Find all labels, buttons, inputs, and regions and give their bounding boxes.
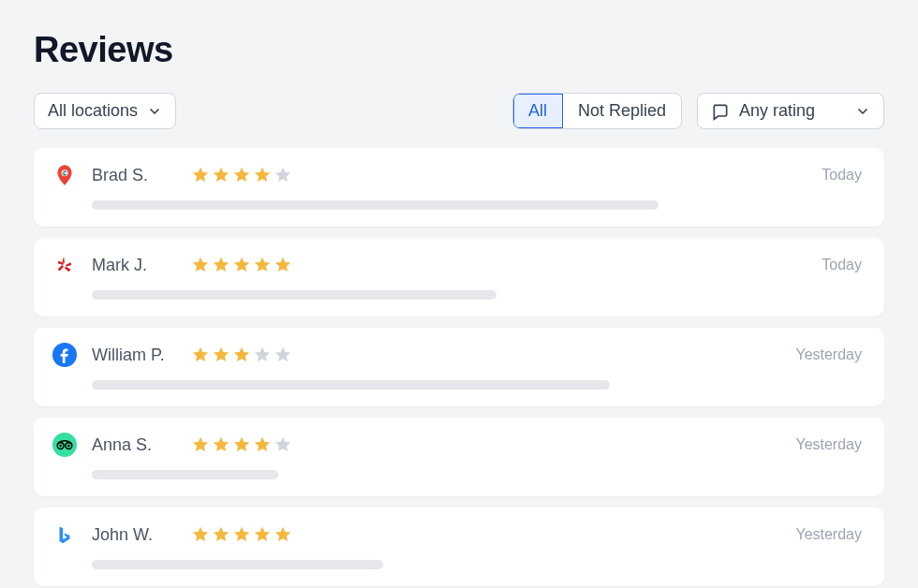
star-icon [191, 525, 210, 544]
review-time: Yesterday [795, 526, 862, 543]
google-icon [52, 163, 77, 187]
review-header: William P.Yesterday [52, 343, 862, 367]
star-icon [212, 166, 230, 184]
star-icon [274, 435, 292, 454]
star-icon [253, 435, 272, 454]
star-icon [274, 345, 292, 364]
svg-point-2 [52, 433, 77, 457]
star-icon [191, 166, 210, 184]
svg-point-5 [59, 445, 62, 448]
review-header: Mark J.Today [52, 253, 862, 277]
review-card[interactable]: William P.Yesterday [34, 328, 884, 406]
reviewer-name: Brad S. [92, 166, 176, 185]
review-card[interactable]: Mark J.Today [34, 238, 884, 316]
star-rating [191, 525, 292, 544]
star-icon [191, 435, 210, 454]
star-icon [232, 256, 251, 274]
review-body-placeholder [92, 380, 610, 390]
star-icon [232, 435, 251, 454]
page-title: Reviews [34, 30, 884, 70]
chevron-down-icon [855, 104, 870, 119]
rating-filter-label: Any rating [739, 101, 815, 121]
review-card[interactable]: Brad S.Today [34, 148, 884, 227]
star-icon [232, 345, 251, 364]
review-header: Brad S.Today [52, 163, 862, 187]
star-icon [212, 345, 230, 364]
review-time: Yesterday [795, 436, 862, 453]
reviewer-name: John W. [92, 525, 176, 545]
review-time: Yesterday [795, 346, 862, 363]
reply-filter-segmented: All Not Replied [512, 93, 682, 129]
reviewer-name: William P. [92, 345, 176, 365]
review-body-placeholder [92, 200, 659, 210]
star-rating [191, 345, 292, 364]
star-icon [232, 166, 251, 184]
location-filter-dropdown[interactable]: All locations [34, 93, 176, 129]
star-icon [253, 256, 272, 274]
star-icon [253, 345, 272, 364]
reviewer-name: Anna S. [92, 435, 176, 455]
filter-toolbar: All locations All Not Replied Any rating [34, 93, 884, 129]
svg-point-6 [67, 445, 70, 448]
star-icon [212, 256, 230, 274]
segment-all[interactable]: All [513, 94, 563, 128]
star-icon [253, 166, 272, 184]
rating-filter-dropdown[interactable]: Any rating [697, 93, 884, 129]
review-card[interactable]: John W.Yesterday [34, 507, 884, 586]
review-header: Anna S.Yesterday [52, 433, 862, 457]
reviewer-name: Mark J. [92, 256, 176, 275]
tripadvisor-icon [52, 433, 77, 457]
review-body-placeholder [92, 560, 383, 569]
review-card[interactable]: Anna S.Yesterday [34, 418, 884, 496]
review-list: Brad S.TodayMark J.TodayWilliam P.Yester… [34, 148, 884, 586]
bing-icon [52, 522, 77, 547]
review-header: John W.Yesterday [52, 522, 862, 547]
star-icon [191, 256, 210, 274]
location-filter-label: All locations [48, 101, 138, 121]
rating-icon [711, 102, 730, 121]
yelp-icon [52, 253, 77, 277]
star-icon [274, 256, 292, 274]
star-icon [191, 345, 210, 364]
facebook-icon [52, 343, 77, 367]
segment-not-replied[interactable]: Not Replied [563, 94, 681, 128]
star-rating [191, 166, 292, 184]
review-body-placeholder [92, 470, 278, 479]
star-icon [212, 525, 230, 544]
star-icon [253, 525, 272, 544]
star-icon [274, 166, 292, 184]
star-icon [212, 435, 230, 454]
review-body-placeholder [92, 290, 496, 300]
star-icon [232, 525, 251, 544]
chevron-down-icon [147, 104, 162, 119]
review-time: Today [822, 257, 862, 273]
star-icon [274, 525, 292, 544]
review-time: Today [822, 167, 862, 184]
star-rating [191, 435, 292, 454]
star-rating [191, 256, 292, 274]
